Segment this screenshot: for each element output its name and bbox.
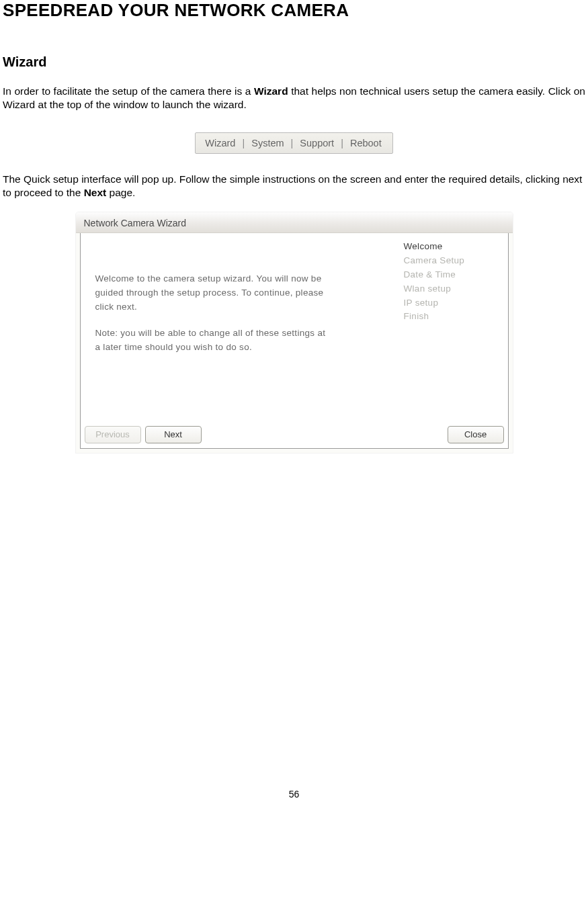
section-heading: Wizard [3, 54, 585, 70]
page-number: 56 [3, 789, 585, 800]
wizard-button-row: Previous Next Close [81, 423, 508, 448]
menu-reboot[interactable]: Reboot [350, 138, 382, 148]
intro-paragraph: In order to facilitate the setup of the … [3, 85, 585, 112]
wizard-steps: Welcome Camera Setup Date & Time Wlan se… [401, 233, 508, 423]
wizard-step-camera-setup: Camera Setup [404, 254, 501, 268]
wizard-step-finish: Finish [404, 310, 501, 324]
intro-pre: In order to facilitate the setup of the … [3, 85, 254, 97]
wizard-step-wlan-setup: Wlan setup [404, 282, 501, 296]
wizard-screenshot: Network Camera Wizard Welcome to the cam… [3, 212, 585, 453]
wizard-content: Welcome to the camera setup wizard. You … [81, 233, 401, 423]
menu-separator: | [341, 138, 343, 148]
para2-bold: Next [84, 187, 107, 198]
menu-wizard[interactable]: Wizard [205, 138, 235, 148]
wizard-step-ip-setup: IP setup [404, 296, 501, 310]
page-title: SPEEDREAD YOUR NETWORK CAMERA [3, 0, 585, 21]
menu-support[interactable]: Support [300, 138, 334, 148]
menubar-screenshot: Wizard | System | Support | Reboot [3, 132, 585, 154]
wizard-titlebar: Network Camera Wizard [76, 212, 513, 233]
next-button[interactable]: Next [145, 426, 202, 443]
top-menubar: Wizard | System | Support | Reboot [195, 132, 392, 154]
wizard-body: Welcome to the camera setup wizard. You … [80, 233, 509, 449]
button-spacer [206, 426, 444, 443]
wizard-main: Welcome to the camera setup wizard. You … [81, 233, 508, 423]
intro-bold: Wizard [254, 85, 288, 97]
close-button[interactable]: Close [448, 426, 504, 443]
wizard-step-date-time: Date & Time [404, 268, 501, 282]
previous-button: Previous [85, 426, 141, 443]
para2-post: page. [106, 187, 135, 198]
menu-system[interactable]: System [251, 138, 284, 148]
wizard-window: Network Camera Wizard Welcome to the cam… [76, 212, 513, 453]
wizard-welcome-p1: Welcome to the camera setup wizard. You … [95, 272, 331, 314]
wizard-step-welcome: Welcome [404, 240, 501, 254]
wizard-welcome-p2: Note: you will be able to change all of … [95, 327, 331, 355]
menu-separator: | [291, 138, 294, 148]
menu-separator: | [242, 138, 245, 148]
second-paragraph: The Quick setup interface will pop up. F… [3, 173, 585, 200]
